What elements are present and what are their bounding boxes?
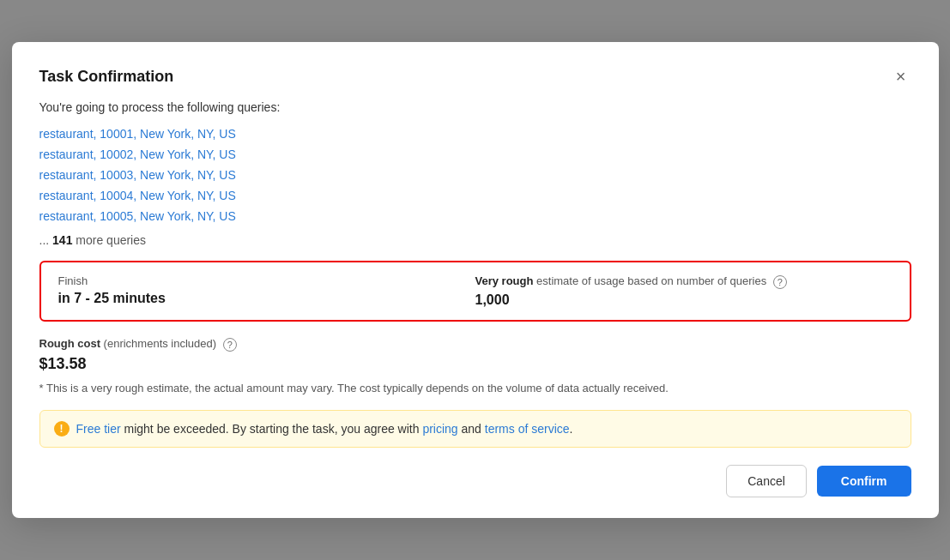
cost-note: * This is a very rough estimate, the act… xyxy=(39,382,911,394)
dialog-overlay: Task Confirmation × You're going to proc… xyxy=(0,0,950,560)
usage-label-rest: estimate of usage based on number of que… xyxy=(533,274,766,287)
usage-value: 1,000 xyxy=(475,292,893,308)
rough-cost-section: Rough cost (enrichments included) ? $13.… xyxy=(39,337,911,373)
rough-cost-label: Rough cost (enrichments included) ? xyxy=(39,337,911,352)
finish-value: in 7 - 25 minutes xyxy=(58,291,475,306)
dialog-title: Task Confirmation xyxy=(39,68,174,86)
warning-middle: might be exceeded. By starting the task,… xyxy=(121,422,423,436)
dialog-footer: Cancel Confirm xyxy=(39,465,911,497)
dialog-header: Task Confirmation × xyxy=(39,66,911,87)
estimate-finish: Finish in 7 - 25 minutes xyxy=(58,274,475,308)
finish-label: Finish xyxy=(58,274,475,287)
query-list: restaurant, 10001, New York, NY, US rest… xyxy=(39,124,911,226)
tos-link[interactable]: terms of service xyxy=(485,422,570,436)
usage-label: Very rough estimate of usage based on nu… xyxy=(475,274,893,289)
warning-text: Free tier might be exceeded. By starting… xyxy=(76,422,573,436)
more-queries-count: 141 xyxy=(52,233,72,247)
warning-banner: ! Free tier might be exceeded. By starti… xyxy=(39,410,911,448)
more-queries-prefix: ... xyxy=(39,233,50,247)
estimate-usage: Very rough estimate of usage based on nu… xyxy=(475,274,893,308)
cost-value: $13.58 xyxy=(39,355,911,373)
pricing-link[interactable]: pricing xyxy=(422,422,457,436)
rough-cost-label-sub: (enrichments included) xyxy=(100,337,216,350)
warning-icon: ! xyxy=(54,421,70,437)
free-tier-link[interactable]: Free tier xyxy=(76,422,121,436)
query-item: restaurant, 10004, New York, NY, US xyxy=(39,186,911,207)
query-item: restaurant, 10005, New York, NY, US xyxy=(39,207,911,227)
query-item: restaurant, 10001, New York, NY, US xyxy=(39,124,911,145)
warning-and: and xyxy=(458,422,485,436)
estimate-box: Finish in 7 - 25 minutes Very rough esti… xyxy=(39,261,911,322)
cancel-button[interactable]: Cancel xyxy=(726,465,807,497)
close-button[interactable]: × xyxy=(891,66,911,87)
more-queries-text: ... 141 more queries xyxy=(39,233,911,247)
dialog-subtitle: You're going to process the following qu… xyxy=(39,100,911,114)
query-item: restaurant, 10002, New York, NY, US xyxy=(39,145,911,166)
usage-help-icon[interactable]: ? xyxy=(773,275,787,289)
warning-end: . xyxy=(570,422,573,436)
more-queries-suffix: more queries xyxy=(76,233,146,247)
very-rough-text: Very rough xyxy=(475,274,534,287)
rough-cost-label-main: Rough cost xyxy=(39,337,101,350)
confirm-button[interactable]: Confirm xyxy=(817,466,911,497)
query-item: restaurant, 10003, New York, NY, US xyxy=(39,166,911,186)
cost-help-icon[interactable]: ? xyxy=(223,338,237,352)
task-confirmation-dialog: Task Confirmation × You're going to proc… xyxy=(12,42,939,517)
